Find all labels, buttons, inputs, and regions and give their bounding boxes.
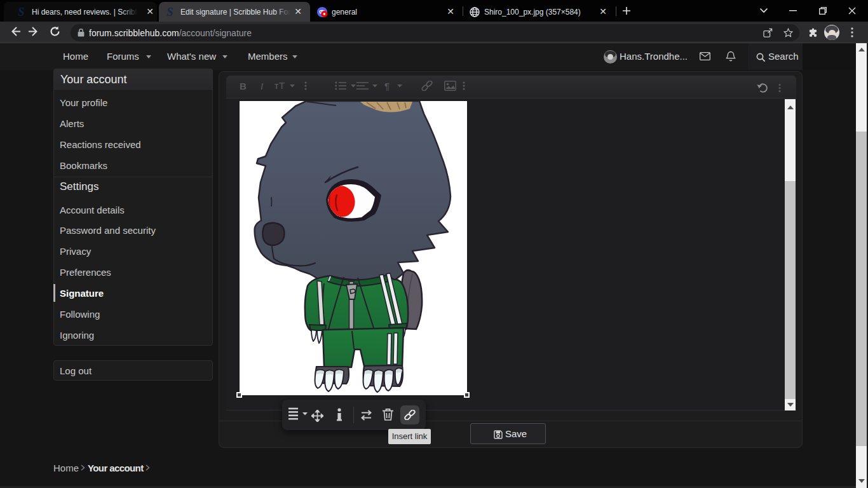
svg-text:T: T — [279, 81, 285, 91]
svg-text:B: B — [240, 81, 247, 91]
svg-text:I: I — [261, 81, 263, 91]
svg-text:S: S — [166, 5, 173, 18]
svg-text:S: S — [18, 5, 25, 18]
svg-text:T: T — [275, 83, 278, 90]
svg-text:¶: ¶ — [384, 81, 390, 91]
